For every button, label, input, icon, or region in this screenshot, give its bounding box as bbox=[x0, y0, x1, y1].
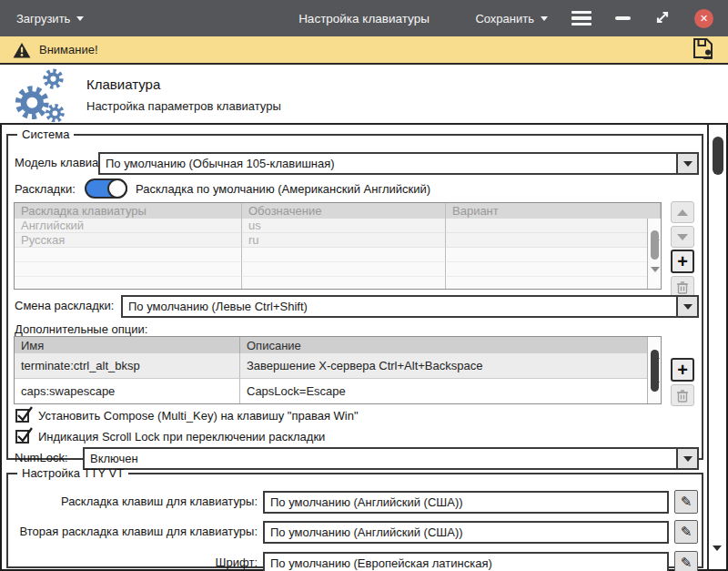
switch-hotkey-select[interactable]: По умолчанию (Левые Ctrl+Shift) bbox=[121, 295, 699, 318]
checkmark-icon bbox=[17, 425, 34, 443]
table-row-empty bbox=[15, 262, 661, 277]
add-layout-button[interactable]: + bbox=[671, 250, 694, 273]
layouts-table-scrollbar bbox=[647, 219, 661, 289]
cell-code: us bbox=[242, 219, 446, 233]
column-header: Раскладка клавиатуры bbox=[15, 203, 242, 219]
main-scrollbar[interactable] bbox=[707, 125, 726, 569]
switch-hotkey-value: По умолчанию (Левые Ctrl+Shift) bbox=[123, 297, 676, 316]
arrow-down-icon bbox=[677, 234, 688, 240]
move-layout-down-button bbox=[671, 226, 694, 248]
table-row[interactable]: caps:swapescape CapsLock=Escape bbox=[15, 379, 661, 404]
dropdown-button[interactable] bbox=[676, 154, 697, 173]
close-button[interactable]: ✕ bbox=[694, 9, 713, 28]
scroll-down-icon bbox=[651, 272, 660, 286]
cell-option-name: caps:swapescape bbox=[15, 379, 240, 404]
tty-section: Настройка TTY VT Раскладка клавиш для кл… bbox=[6, 466, 703, 568]
chevron-down-icon bbox=[541, 16, 548, 21]
switch-hotkey-label: Смена раскладки: bbox=[15, 299, 114, 312]
column-header: Обозначение bbox=[242, 203, 446, 219]
tty-font-label: Шрифт: bbox=[8, 556, 258, 569]
edit-tty-keymap-button[interactable]: ✎ bbox=[674, 490, 698, 514]
keyboard-model-select[interactable]: По умолчанию (Обычная 105-клавишная) bbox=[98, 152, 699, 175]
save-as-icon bbox=[691, 36, 715, 60]
table-row: Русская ru bbox=[15, 233, 661, 248]
page-subtitle: Настройка параметров клавиатуры bbox=[86, 99, 281, 113]
load-dropdown-button[interactable]: Загрузить bbox=[16, 12, 84, 25]
page-title: Клавиатура bbox=[86, 76, 160, 92]
layouts-table: Раскладка клавиатуры Обозначение Вариант… bbox=[14, 202, 662, 290]
dropdown-button[interactable] bbox=[676, 297, 697, 316]
table-row: Английский us bbox=[15, 219, 661, 233]
scrolllock-checkbox-label: Индикация Scroll Lock при переключении р… bbox=[38, 430, 325, 444]
menu-button[interactable] bbox=[571, 7, 592, 28]
cell-option-desc: Завершение X-сервера Ctrl+Alt+Backspace bbox=[240, 353, 661, 379]
add-option-button[interactable]: + bbox=[671, 358, 694, 382]
resize-button[interactable] bbox=[654, 9, 671, 28]
save-button-label: Сохранить bbox=[475, 12, 534, 25]
scrolllock-checkbox[interactable] bbox=[15, 430, 29, 444]
column-header: Вариант bbox=[446, 203, 661, 219]
table-row[interactable]: terminate:ctrl_alt_bksp Завершение X-сер… bbox=[15, 353, 661, 379]
close-icon: ✕ bbox=[700, 13, 708, 25]
table-row-empty bbox=[15, 277, 661, 290]
compose-checkbox[interactable] bbox=[15, 409, 29, 423]
titlebar-actions: Сохранить ✕ bbox=[475, 7, 713, 28]
arrow-up-icon bbox=[677, 209, 688, 216]
trash-icon bbox=[676, 389, 689, 403]
chevron-down-icon bbox=[683, 304, 693, 310]
cell-option-desc: CapsLock=Escape bbox=[240, 379, 661, 404]
tty-keymap-field: По умолчанию (Английский (США)) bbox=[263, 491, 669, 514]
extra-options-label: Дополнительные опции: bbox=[15, 322, 147, 336]
table-row-empty bbox=[15, 248, 661, 262]
cell-layout: Русская bbox=[15, 233, 242, 248]
load-button-label: Загрузить bbox=[16, 12, 70, 25]
warning-bar: Внимание! bbox=[0, 36, 728, 65]
chevron-down-icon bbox=[683, 161, 693, 167]
tty-keymap-label: Раскладка клавиш для клавиатуры: bbox=[8, 495, 258, 508]
quick-save-button[interactable] bbox=[691, 36, 715, 63]
scrollbar-thumb[interactable] bbox=[713, 137, 723, 175]
scroll-down-icon[interactable] bbox=[713, 551, 722, 565]
default-layout-toggle[interactable] bbox=[85, 178, 127, 199]
numlock-value: Включен bbox=[85, 449, 676, 468]
tty-font-field: По умолчанию (Европейская латинская) bbox=[263, 552, 669, 571]
keyboard-settings-window: Настройка клавиатуры Загрузить Сохранить bbox=[0, 0, 728, 571]
cell-layout: Английский bbox=[15, 219, 242, 233]
edit-tty-keymap2-button[interactable]: ✎ bbox=[674, 520, 698, 544]
edit-tty-font-button[interactable]: ✎ bbox=[674, 551, 698, 571]
options-table-header: Имя Описание bbox=[15, 337, 661, 353]
system-section-legend: Система bbox=[17, 127, 74, 141]
dropdown-button[interactable] bbox=[676, 449, 697, 468]
compose-checkbox-label: Установить Compose (Multi_Key) на клавиш… bbox=[38, 409, 359, 423]
tty-keymap2-field: По умолчанию (Английский (США)) bbox=[263, 521, 669, 544]
layouts-table-header: Раскладка клавиатуры Обозначение Вариант bbox=[15, 203, 661, 219]
pencil-icon: ✎ bbox=[681, 555, 693, 571]
numlock-label: NumLock: bbox=[15, 451, 68, 464]
gears-icon bbox=[7, 67, 71, 122]
pencil-icon: ✎ bbox=[681, 494, 693, 510]
plus-icon: + bbox=[677, 361, 688, 379]
keyboard-model-value: По умолчанию (Обычная 105-клавишная) bbox=[100, 154, 676, 173]
delete-option-button bbox=[671, 384, 694, 406]
checkmark-icon bbox=[17, 404, 34, 422]
minimize-button[interactable] bbox=[615, 16, 631, 19]
tty-section-legend: Настройка TTY VT bbox=[17, 466, 128, 480]
scroll-down-icon[interactable] bbox=[651, 387, 660, 401]
warning-icon bbox=[13, 42, 31, 58]
save-dropdown-button[interactable]: Сохранить bbox=[475, 12, 548, 25]
cell-variant bbox=[446, 219, 661, 233]
column-header: Описание bbox=[240, 337, 661, 353]
titlebar: Настройка клавиатуры Загрузить Сохранить bbox=[0, 0, 728, 36]
warning-text: Внимание! bbox=[39, 43, 98, 56]
options-table: Имя Описание terminate:ctrl_alt_bksp Зав… bbox=[14, 336, 662, 404]
pencil-icon: ✎ bbox=[681, 524, 693, 540]
scrollbar-thumb bbox=[651, 230, 659, 260]
options-table-scrollbar[interactable] bbox=[647, 337, 661, 403]
cell-variant bbox=[446, 233, 661, 248]
toggle-knob bbox=[107, 178, 127, 199]
cell-code: ru bbox=[242, 233, 446, 248]
tty-keymap2-label: Вторая раскладка клавиш для клавиатуры: bbox=[8, 525, 258, 538]
column-header: Имя bbox=[15, 337, 240, 353]
layouts-toggle-text: Раскладка по умолчанию (Американский Анг… bbox=[136, 182, 430, 196]
system-section: Система Модель клавиатуры: По умолчанию … bbox=[6, 127, 703, 460]
